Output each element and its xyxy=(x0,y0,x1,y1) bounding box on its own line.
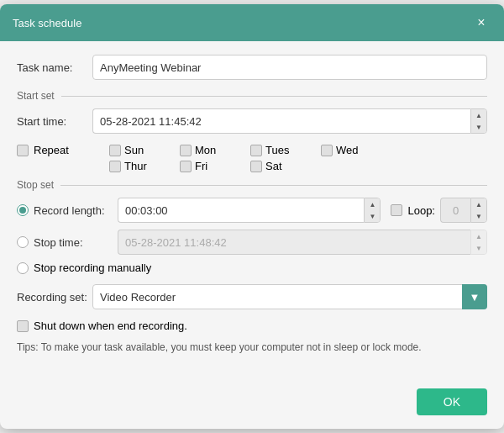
loop-input-wrap: ▲ ▼ xyxy=(440,198,487,223)
day-tues: Tues xyxy=(250,144,318,156)
repeat-label: Repeat xyxy=(34,144,69,156)
loop-spinner-buttons: ▲ ▼ xyxy=(470,198,487,223)
tues-checkbox[interactable] xyxy=(250,145,262,156)
sun-checkbox[interactable] xyxy=(109,145,121,156)
thur-checkbox[interactable] xyxy=(109,161,121,172)
footer: OK xyxy=(0,382,504,429)
start-time-up-button[interactable]: ▲ xyxy=(471,109,486,121)
thur-label: Thur xyxy=(124,160,147,172)
stop-time-down-button[interactable]: ▼ xyxy=(471,242,486,254)
repeat-label-wrap: Repeat xyxy=(17,144,101,156)
wed-checkbox[interactable] xyxy=(321,145,333,156)
stop-time-spinner-buttons: ▲ ▼ xyxy=(470,230,487,255)
loop-down-button[interactable]: ▼ xyxy=(471,210,486,222)
task-name-input[interactable] xyxy=(92,55,487,80)
sat-checkbox[interactable] xyxy=(250,161,262,172)
start-time-row: Start time: ▲ ▼ xyxy=(17,108,487,134)
stop-set-label: Stop set xyxy=(17,179,487,191)
day-sun: Sun xyxy=(109,144,176,156)
stop-time-row: Stop time: ▲ ▼ xyxy=(17,230,487,255)
stop-manually-label: Stop recording manually xyxy=(34,261,151,274)
dialog-title: Task schedule xyxy=(13,17,81,29)
title-bar: Task schedule × xyxy=(0,4,504,41)
recording-set-label: Recording set: xyxy=(17,291,92,304)
record-length-input[interactable] xyxy=(118,198,364,223)
loop-wrap: Loop: ▲ ▼ xyxy=(391,198,487,223)
repeat-checkbox[interactable] xyxy=(17,145,29,156)
dialog-content: Task name: Start set Start time: ▲ ▼ Rep… xyxy=(0,41,504,382)
loop-up-button[interactable]: ▲ xyxy=(471,198,486,210)
record-length-spinner-buttons: ▲ ▼ xyxy=(364,198,381,223)
sun-label: Sun xyxy=(124,144,144,156)
start-time-spinner: ▲ ▼ xyxy=(92,108,487,134)
task-name-label: Task name: xyxy=(17,61,92,74)
shutdown-label: Shut down when end recording. xyxy=(34,319,187,332)
shutdown-checkbox[interactable] xyxy=(17,320,29,332)
wed-label: Wed xyxy=(336,144,359,156)
day-thur: Thur xyxy=(109,160,176,172)
loop-checkbox[interactable] xyxy=(391,204,402,216)
ok-button[interactable]: OK xyxy=(417,388,487,415)
record-length-down-button[interactable]: ▼ xyxy=(365,210,380,222)
record-length-row: Record length: ▲ ▼ Loop: ▲ ▼ xyxy=(17,198,487,223)
start-time-input[interactable] xyxy=(92,108,470,134)
days-row-2: Thur Fri Sat xyxy=(109,160,388,172)
stop-time-input[interactable] xyxy=(118,230,470,255)
recording-set-select[interactable]: Video Recorder xyxy=(92,284,487,309)
shutdown-row: Shut down when end recording. xyxy=(17,319,487,332)
task-schedule-dialog: Task schedule × Task name: Start set Sta… xyxy=(0,4,504,429)
fri-checkbox[interactable] xyxy=(180,161,192,172)
recording-set-row: Recording set: Video Recorder ▼ xyxy=(17,284,487,309)
days-row-1: Sun Mon Tues Wed xyxy=(109,144,388,156)
stop-time-label: Stop time: xyxy=(34,236,118,249)
stop-manually-row: Stop recording manually xyxy=(17,261,487,274)
close-button[interactable]: × xyxy=(471,13,491,33)
fri-label: Fri xyxy=(195,160,207,172)
mon-label: Mon xyxy=(195,144,216,156)
start-set-label: Start set xyxy=(17,90,487,102)
repeat-row: Repeat Sun Mon Tues xyxy=(17,144,487,172)
tips-text: Tips: To make your task available, you m… xyxy=(17,341,487,355)
day-fri: Fri xyxy=(180,160,247,172)
record-length-label: Record length: xyxy=(34,204,118,217)
record-length-radio[interactable] xyxy=(17,204,29,216)
record-length-spinner: ▲ ▼ xyxy=(118,198,381,223)
tues-label: Tues xyxy=(265,144,289,156)
record-length-up-button[interactable]: ▲ xyxy=(365,198,380,210)
start-time-label: Start time: xyxy=(17,115,92,128)
stop-time-up-button[interactable]: ▲ xyxy=(471,230,486,242)
recording-set-select-wrap: Video Recorder ▼ xyxy=(92,284,487,309)
day-wed: Wed xyxy=(321,144,388,156)
stop-time-radio[interactable] xyxy=(17,236,29,248)
sat-label: Sat xyxy=(265,160,282,172)
day-sat: Sat xyxy=(250,160,318,172)
days-container: Sun Mon Tues Wed xyxy=(101,144,388,172)
day-mon: Mon xyxy=(180,144,247,156)
start-time-spinner-buttons: ▲ ▼ xyxy=(470,108,487,134)
mon-checkbox[interactable] xyxy=(180,145,192,156)
stop-manually-radio[interactable] xyxy=(17,262,29,274)
loop-label: Loop: xyxy=(407,204,435,217)
start-time-down-button[interactable]: ▼ xyxy=(471,121,486,133)
task-name-row: Task name: xyxy=(17,55,487,80)
loop-input[interactable] xyxy=(440,198,470,223)
stop-time-spinner: ▲ ▼ xyxy=(118,230,487,255)
